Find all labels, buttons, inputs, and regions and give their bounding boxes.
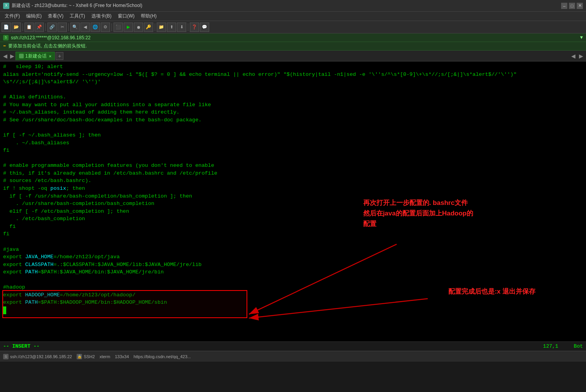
tab-add-button[interactable]: + [56, 52, 63, 60]
tab-session-1[interactable]: 1新建会话 ✕ [16, 52, 55, 60]
line-blank5 [3, 276, 583, 284]
line-blank2 [3, 124, 583, 132]
line-13: # sources /etc/bash.bashrc). [3, 177, 583, 185]
title-bar: X 新建会话 - zh123@ubuntu: ~ - Xshell 6 (Fre… [0, 0, 586, 12]
toolbar-sep6 [188, 23, 188, 31]
line-1: # sleep 10; alert [3, 63, 583, 71]
line-9: . ~/.bash_aliases [3, 139, 583, 147]
bottom-url[interactable]: https://blog.csdn.net/qq_423... [134, 354, 191, 359]
line-3: \s*//;s/[;&|]\s*alert$// '\'')' [3, 78, 583, 86]
toolbar-stop[interactable]: ⬛ [114, 23, 123, 32]
menu-window[interactable]: 窗口(W) [115, 12, 138, 20]
toolbar-back[interactable]: ◀ [80, 23, 90, 32]
toolbar-search[interactable]: 🔍 [70, 23, 80, 32]
menu-tabs[interactable]: 选项卡(B) [88, 12, 115, 20]
toolbar-connect[interactable]: 🔗 [47, 23, 57, 32]
line-16: . /usr/share/bash-completion/bash_comple… [3, 200, 583, 208]
menu-bar: 文件(F) 编辑(E) 查看(V) 工具(T) 选项卡(B) 窗口(W) 帮助(… [0, 12, 586, 21]
terminal-area[interactable]: # sleep 10; alert alias alert='notify-se… [0, 61, 586, 341]
line-8: if [ -f ~/.bash_aliases ]; then [3, 131, 583, 139]
toolbar-upload[interactable]: ⬆ [167, 23, 176, 32]
line-15: if [ -f /usr/share/bash-completion/bash_… [3, 192, 583, 200]
toolbar-sep2 [45, 23, 46, 31]
bottom-xterm-label: xterm [100, 354, 110, 359]
line-12: # this, if it's already enabled in /etc/… [3, 170, 583, 177]
address-dropdown[interactable]: ▼ [580, 35, 583, 40]
menu-tools[interactable]: 工具(T) [66, 12, 88, 20]
bottom-ssh-text: ssh://zh123@192.168.96.185:22 [10, 354, 72, 359]
menu-help[interactable]: 帮助(H) [138, 12, 160, 20]
toolbar-paste[interactable]: 📌 [35, 23, 44, 32]
bottom-ssh: S ssh://zh123@192.168.96.185:22 [3, 354, 72, 359]
bottom-size-label: 133x34 [115, 354, 129, 359]
toolbar-download[interactable]: ⬇ [177, 23, 186, 32]
toolbar-sep4 [112, 23, 112, 31]
scroll-position: Bot [574, 343, 583, 349]
menu-file[interactable]: 文件(F) [2, 12, 23, 20]
window-title: 新建会话 - zh123@ubuntu: ~ - Xshell 6 (Free … [12, 2, 142, 9]
tab-session-icon [19, 54, 24, 58]
ssh-icon: S [3, 35, 9, 40]
toolbar-open[interactable]: 📂 [12, 23, 21, 32]
line-18: . /etc/bash_completion [3, 215, 583, 223]
toolbar-sep5 [155, 23, 155, 31]
address-text: ssh://zh123:******@192.168.96.185:22 [11, 35, 580, 40]
line-27: export PATH=$PATH:$HADOOP_HOME/bin:$HADO… [3, 299, 583, 306]
menu-view[interactable]: 查看(V) [45, 12, 66, 20]
status-bar: -- INSERT -- 127,1 Bot [0, 341, 586, 351]
line-11: # enable programmable completion feature… [3, 162, 583, 170]
line-5: # You may want to put all your additions… [3, 101, 583, 109]
line-24: export PATH=$PATH:$JAVA_HOME/bin:$JAVA_H… [3, 268, 583, 276]
info-text: 要添加当前会话, 点击左侧的箭头按钮. [8, 43, 87, 49]
toolbar-settings[interactable]: ⚙ [101, 23, 110, 32]
window-controls[interactable]: – □ ✕ [561, 3, 583, 9]
app-icon: X [3, 3, 9, 9]
line-6: # ~/.bash_aliases, instead of adding the… [3, 108, 583, 116]
line-4: # Alias definitions. [3, 93, 583, 101]
bottom-url-text: https://blog.csdn.net/qq_423... [134, 354, 191, 359]
bottom-size: 133x34 [115, 354, 129, 359]
status-right: 127,1 Bot [543, 343, 583, 349]
menu-edit[interactable]: 编辑(E) [23, 12, 45, 20]
tab-scroll-right[interactable]: ▶ [577, 52, 584, 60]
toolbar-globe[interactable]: 🌐 [91, 23, 100, 32]
line-14: if ! shopt -oq posix; then [3, 185, 583, 192]
toolbar-copy[interactable]: 📋 [24, 23, 34, 32]
line-20: fi [3, 230, 583, 238]
cursor-line [3, 306, 583, 314]
line-26: export HADOOP_HOME=/home/zh123/opt/hadoo… [3, 291, 583, 299]
bottom-xterm: xterm [100, 354, 110, 359]
toolbar-record[interactable]: ⏺ [134, 23, 143, 32]
line-21: #java [3, 246, 583, 254]
cursor-position: 127,1 [543, 343, 558, 349]
toolbar-key[interactable]: 🔑 [144, 23, 153, 32]
tab-close-button[interactable]: ✕ [49, 54, 52, 59]
close-button[interactable]: ✕ [577, 3, 583, 9]
line-blank1 [3, 86, 583, 94]
toolbar-sep3 [68, 23, 69, 31]
line-10: fi [3, 147, 583, 154]
line-25: #hadoop [3, 284, 583, 291]
tab-nav-right[interactable]: ▶ [9, 52, 16, 60]
title-bar-left: X 新建会话 - zh123@ubuntu: ~ - Xshell 6 (Fre… [3, 2, 142, 9]
line-blank4 [3, 238, 583, 246]
tab-scroll-left[interactable]: ◀ [570, 52, 577, 60]
line-blank3 [3, 154, 583, 162]
toolbar-folder[interactable]: 📁 [157, 23, 166, 32]
bottom-ssh-icon: S [3, 354, 9, 359]
toolbar-chat[interactable]: 💬 [200, 23, 209, 32]
toolbar-help[interactable]: ❓ [190, 23, 199, 32]
maximize-button[interactable]: □ [569, 3, 575, 9]
tab-nav-left[interactable]: ◀ [2, 52, 9, 60]
toolbar-disconnect[interactable]: ✂ [58, 23, 67, 32]
minimize-button[interactable]: – [561, 3, 567, 9]
line-17: elif [ -f /etc/bash_completion ]; then [3, 208, 583, 215]
bottom-lock-icon: 🔒 [77, 354, 82, 359]
line-19: fi [3, 223, 583, 231]
tab-bar: ◀ ▶ 1新建会话 ✕ + ◀ ▶ [0, 51, 586, 61]
toolbar: 📄 📂 📋 📌 🔗 ✂ 🔍 ◀ 🌐 ⚙ ⬛ ▶ ⏺ 🔑 📁 ⬆ ⬇ ❓ 💬 [0, 21, 586, 33]
toolbar-new[interactable]: 📄 [2, 23, 11, 32]
info-bar: ⬅ 要添加当前会话, 点击左侧的箭头按钮. [0, 42, 586, 51]
toolbar-play[interactable]: ▶ [124, 23, 133, 32]
line-2: alias alert='notify-send --urgency=low -… [3, 71, 583, 79]
